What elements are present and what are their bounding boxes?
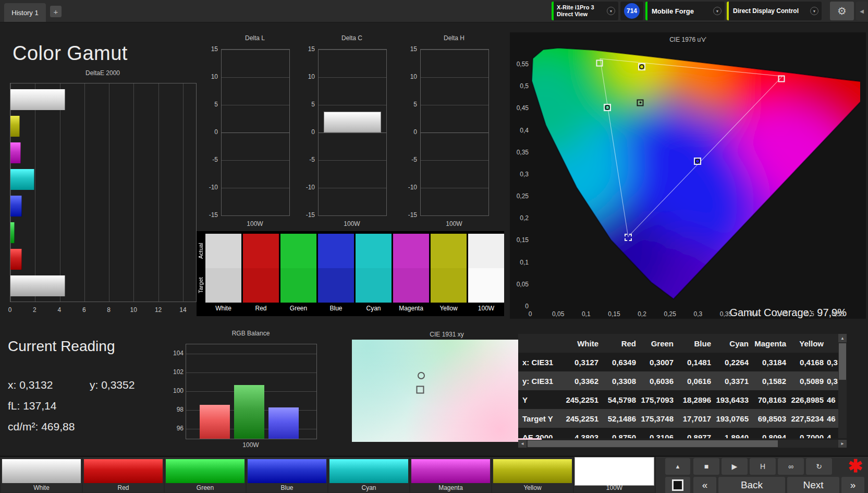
scroll-track[interactable] [527,440,838,448]
zero-line [222,133,289,133]
pattern-delay-button[interactable]: 714 [620,2,643,20]
swatch-label: 100W [574,484,655,491]
play-button[interactable]: ▶ [722,458,748,475]
tab-history-1[interactable]: History 1 [4,3,46,22]
settings-button[interactable]: ⚙ [830,2,854,20]
vertical-scrollbar[interactable]: ▲ [838,334,847,438]
deltae-slot [10,113,196,139]
next-button[interactable]: Next [787,477,839,493]
swatch-label: Green [165,484,246,491]
tick-label: 0 [311,128,315,136]
control-label: Direct Display Control [729,7,807,15]
gamut-marker-square-dot [637,99,644,106]
pattern-window-button[interactable] [665,477,690,493]
loop-button[interactable]: ↻ [806,458,832,475]
expand-up-button[interactable]: ▲ [665,458,690,475]
gamut-marker-circle-square [694,158,701,165]
table-cell: 175,3748 [639,414,677,423]
swatch-label: White [205,304,241,312]
back-button[interactable]: Back [718,477,785,493]
delta-c-plot [318,49,387,216]
chevron-left-icon: ◀ [860,8,864,14]
swatch-label: White [1,484,82,491]
tick-label: 5 [311,101,315,108]
add-tab-button[interactable]: + [50,6,62,17]
pattern-swatch-yellow[interactable]: Yellow [492,458,573,492]
table-cell: 193,0765 [714,414,752,423]
source-label: Mobile Forge [647,7,710,15]
target-patch [280,268,316,303]
swatch-column-blue: Blue [318,234,354,312]
tick-label: 0 [214,128,218,136]
target-patch [243,268,279,303]
pattern-swatch-red[interactable]: Red [83,458,164,492]
prev-step-button[interactable]: « [693,477,716,493]
tick-label: 0 [8,306,12,314]
pattern-swatch-magenta[interactable]: Magenta [410,458,491,492]
swatch-color [575,458,654,485]
zero-line [421,133,488,133]
reading-luminance: cd/m²: 469,88 [8,420,75,433]
swatch-label: Magenta [410,484,491,491]
tick-label: 96 [177,425,184,432]
x-axis-label: 100W [318,220,386,227]
tick-label: 104 [173,350,184,357]
swatch-color [84,459,163,483]
swatch-label: Red [243,304,279,312]
swatch-label: Yellow [492,484,573,491]
stop-button[interactable]: ■ [693,458,719,475]
swatch-label: Blue [318,304,354,312]
scroll-thumb[interactable] [528,440,778,447]
next-step-button[interactable]: » [841,477,864,493]
meter-button[interactable]: X-Rite i1Pro 3 Direct View ▼ [552,2,618,20]
tick-label: 0,15 [608,310,620,318]
scroll-right-button[interactable]: ► [838,440,847,448]
table-cell: 1,8940 [714,433,752,439]
pattern-swatch-green[interactable]: Green [165,458,246,492]
pattern-swatch-100w[interactable]: 100W [574,458,655,492]
swatch-label: Green [280,304,316,312]
cie1931-plot [352,340,542,442]
step-button[interactable]: H [750,458,776,475]
rgb-bar-green [234,385,264,439]
actual-patch [468,234,504,268]
tab-label: History 1 [11,9,38,17]
pattern-swatch-cyan[interactable]: Cyan [328,458,409,492]
deltae-slot [10,219,196,246]
table-cell: 54,5798 [602,395,639,404]
results-table: WhiteRedGreenBlueCyanMagentaYellowx: CIE… [518,334,838,438]
table-cell: 0,1481 [677,358,714,367]
pattern-source-button[interactable]: Mobile Forge ▼ [645,2,725,20]
table-cell: 46 [827,395,838,404]
tick-label: -5 [212,156,218,163]
tick-label: 0,2 [638,310,646,318]
delta-l-chart: Delta L 151050-5-10-15 100W [203,34,292,231]
pattern-swatch-blue[interactable]: Blue [247,458,327,492]
cie1976-plot: Gamut Coverage:97,9% [530,47,860,306]
pattern-swatch-white[interactable]: White [1,458,82,492]
cie1931-marker-circle [418,372,425,379]
display-control-button[interactable]: Direct Display Control ▼ [727,2,822,20]
scroll-left-button[interactable]: ◄ [518,440,527,448]
tick-label: 0,25 [664,310,676,318]
gamut-marker-square [778,76,785,82]
swatch-label: Cyan [356,304,392,312]
horizontal-scrollbar[interactable]: ◄ ► [518,440,847,448]
deltae-bar-red [10,249,22,270]
deltae-slot [10,246,196,272]
continuous-button[interactable]: ∞ [778,458,804,475]
row-header: x: CIE31 [518,358,564,367]
deltae-slot [10,86,196,113]
tick-label: 0,25 [517,193,529,200]
table-header-cell: White [564,339,602,348]
tick-label: -10 [306,184,315,191]
scroll-thumb[interactable] [839,343,846,380]
collapse-panel-button[interactable]: ◀ [856,2,867,20]
scroll-up-button[interactable]: ▲ [838,334,847,342]
actual-patch [318,234,354,268]
transport-controls: ■▶H∞↻ [693,458,832,475]
swatch-column-magenta: Magenta [393,234,429,312]
chart-title: CIE 1931 xy [352,331,542,338]
tick-label: 5 [214,101,218,108]
deltae-bar-100w [10,275,65,296]
